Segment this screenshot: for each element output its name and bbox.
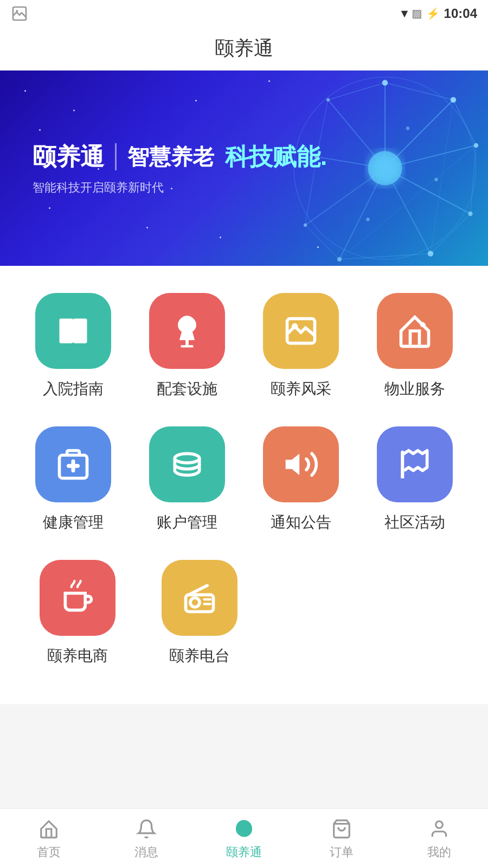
svg-point-24 (451, 97, 457, 103)
icon-label-shop: 颐养电商 (47, 646, 108, 666)
icon-item-facilities[interactable]: 配套设施 (138, 293, 236, 399)
icon-item-radio[interactable]: 颐养电台 (138, 560, 260, 666)
home-nav-svg (38, 819, 59, 839)
icon-circle-property (377, 293, 453, 369)
icon-label-community: 社区活动 (384, 512, 445, 533)
book-icon (55, 312, 92, 349)
app-header: 颐养通 (0, 27, 488, 71)
nav-item-message[interactable]: 消息 (98, 817, 195, 860)
svg-line-17 (305, 225, 339, 259)
user-nav-svg (429, 819, 450, 839)
coins-icon (169, 446, 206, 483)
nav-yyt-icon (232, 817, 256, 841)
svg-point-29 (304, 224, 307, 227)
nav-label-home: 首页 (37, 844, 61, 860)
hero-banner: 颐养通 智慧养老 科技赋能. 智能科技开启颐养新时代 (0, 71, 488, 266)
banner-divider (115, 143, 117, 170)
icon-circle-community (377, 426, 453, 502)
photo-icon (11, 5, 28, 22)
icon-circle-health (35, 426, 111, 502)
bottom-spacer (0, 704, 488, 775)
image-icon (282, 312, 319, 349)
svg-point-39 (292, 323, 298, 329)
icons-row-2: 健康管理 账户管理 通知公告 (16, 426, 472, 533)
icon-item-guide[interactable]: 入院指南 (24, 293, 122, 399)
svg-point-34 (434, 178, 438, 181)
nav-item-yyt[interactable]: 颐养通 (195, 817, 293, 860)
svg-line-16 (339, 254, 431, 260)
signal-icon: ▨ (412, 7, 422, 20)
svg-point-31 (326, 98, 330, 101)
flag-icon (396, 446, 433, 483)
status-bar: ▾ ▨ ⚡ 10:04 (0, 0, 488, 27)
coffee-icon (59, 579, 96, 616)
speaker-icon (282, 446, 319, 483)
svg-line-22 (431, 100, 453, 254)
nav-message-icon (134, 817, 158, 841)
icon-label-guide: 入院指南 (43, 379, 104, 399)
icon-circle-shop (40, 560, 115, 636)
svg-line-11 (328, 100, 385, 168)
nav-order-icon (330, 817, 354, 841)
bottom-nav: 首页 消息 颐养通 订单 (0, 808, 488, 868)
banner-subtext: 智能科技开启颐养新时代 (33, 180, 327, 196)
nav-label-order: 订单 (330, 844, 354, 860)
svg-point-40 (420, 322, 425, 327)
icon-label-health: 健康管理 (43, 512, 104, 533)
svg-line-6 (385, 168, 471, 214)
icon-item-style[interactable]: 颐养风采 (252, 293, 350, 399)
svg-point-35 (366, 218, 369, 221)
nav-item-order[interactable]: 订单 (293, 817, 390, 860)
icon-item-shop[interactable]: 颐养电商 (16, 560, 138, 666)
svg-line-21 (385, 83, 453, 100)
icon-label-facilities: 配套设施 (157, 379, 217, 399)
icon-label-notice: 通知公告 (271, 512, 331, 533)
banner-headline1: 智慧养老 (127, 142, 214, 172)
icons-row-1: 入院指南 配套设施 颐养风采 (16, 293, 472, 399)
nav-label-message: 消息 (134, 844, 158, 860)
svg-point-27 (428, 251, 434, 257)
tree-icon (169, 312, 206, 349)
svg-point-32 (382, 80, 388, 86)
icon-circle-notice (263, 426, 339, 502)
icon-label-account: 账户管理 (157, 512, 217, 533)
svg-point-49 (436, 821, 443, 828)
leaf-nav-svg (234, 819, 254, 839)
icons-row-3: 颐养电商 颐养电台 (16, 560, 472, 666)
icon-item-community[interactable]: 社区活动 (366, 426, 464, 533)
svg-line-7 (385, 168, 431, 254)
bell-nav-svg (136, 819, 157, 839)
icon-label-property: 物业服务 (384, 379, 445, 399)
icon-item-health[interactable]: 健康管理 (24, 426, 122, 533)
icon-item-property[interactable]: 物业服务 (366, 293, 464, 399)
time-display: 10:04 (444, 6, 477, 21)
nav-mine-icon (427, 817, 451, 841)
medical-icon (55, 446, 92, 483)
cart-nav-svg (331, 819, 352, 839)
icon-label-style: 颐养风采 (271, 379, 331, 399)
banner-brand: 颐养通 (33, 141, 104, 173)
icon-circle-facilities (149, 293, 225, 369)
svg-point-33 (406, 126, 409, 130)
banner-headline: 颐养通 智慧养老 科技赋能. (33, 141, 327, 173)
svg-point-45 (190, 598, 200, 607)
wifi-icon: ▾ (401, 7, 407, 21)
icons-area: 入院指南 配套设施 颐养风采 (0, 266, 488, 704)
icon-item-notice[interactable]: 通知公告 (252, 426, 350, 533)
status-bar-left (11, 5, 28, 22)
svg-point-28 (337, 257, 342, 261)
icon-item-account[interactable]: 账户管理 (138, 426, 236, 533)
svg-line-4 (385, 100, 453, 168)
icon-circle-style (263, 293, 339, 369)
icon-circle-account (149, 426, 225, 502)
status-bar-right: ▾ ▨ ⚡ 10:04 (401, 6, 477, 21)
app-title: 颐养通 (215, 35, 273, 62)
home-wrench-icon (396, 312, 433, 349)
svg-line-13 (453, 100, 476, 145)
nav-item-home[interactable]: 首页 (0, 817, 98, 860)
icon-circle-guide (35, 293, 111, 369)
svg-point-25 (474, 143, 478, 148)
nav-label-yyt: 颐养通 (226, 844, 262, 860)
nav-item-mine[interactable]: 我的 (390, 817, 488, 860)
nav-home-icon (37, 817, 61, 841)
